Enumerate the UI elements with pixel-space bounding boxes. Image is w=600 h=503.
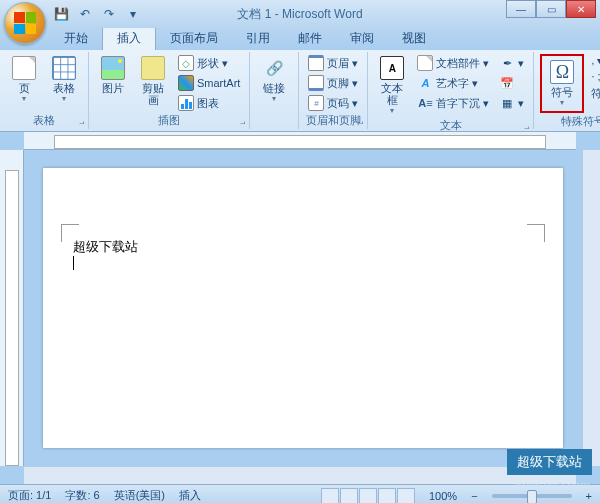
undo-icon[interactable]: ↶ [76, 5, 94, 23]
ribbon-tabs: 开始 插入 页面布局 引用 邮件 审阅 视图 [0, 28, 600, 50]
status-page[interactable]: 页面: 1/1 [8, 488, 51, 503]
tab-layout[interactable]: 页面布局 [156, 27, 232, 50]
table-button[interactable]: 表格▾ [46, 54, 82, 105]
chart-button[interactable]: 图表 [175, 94, 243, 112]
picture-icon [101, 56, 125, 80]
vertical-ruler[interactable] [0, 150, 24, 466]
pagenum-icon: # [308, 95, 324, 111]
zoom-out-button[interactable]: − [471, 490, 477, 502]
tab-references[interactable]: 引用 [232, 27, 284, 50]
textbox-icon: A [380, 56, 404, 80]
view-draft[interactable] [397, 488, 415, 504]
margin-corner-icon [61, 224, 79, 242]
wordart-icon: A [417, 75, 433, 91]
close-button[interactable]: ✕ [566, 0, 596, 18]
qat-dropdown-icon[interactable]: ▾ [124, 5, 142, 23]
document-text[interactable]: 超级下载站 [73, 238, 533, 256]
document-area[interactable]: 超级下载站 [24, 150, 582, 466]
smartart-button[interactable]: SmartArt [175, 74, 243, 92]
save-icon[interactable]: 💾 [52, 5, 70, 23]
object-button[interactable]: ▦▾ [496, 94, 527, 112]
watermark-url: www.cjxz.com [515, 479, 590, 493]
more-symbols-button[interactable]: , ▾ [588, 54, 600, 67]
tab-view[interactable]: 视图 [388, 27, 440, 50]
header-button[interactable]: 页眉 ▾ [305, 54, 361, 72]
dropcap-button[interactable]: A≡首字下沉 ▾ [414, 94, 492, 112]
maximize-button[interactable]: ▭ [536, 0, 566, 18]
watermark-badge: 超级下载站 [507, 449, 592, 475]
symbol-button[interactable]: Ω符号▾ [544, 58, 580, 109]
group-label-illustrations: 插图 [95, 112, 243, 129]
zoom-slider[interactable] [492, 494, 572, 498]
view-outline[interactable] [378, 488, 396, 504]
clipart-button[interactable]: 剪贴画 [135, 54, 171, 108]
zoom-level[interactable]: 100% [429, 490, 457, 502]
footer-icon [308, 75, 324, 91]
signature-button[interactable]: ✒▾ [496, 54, 527, 72]
smartart-icon [178, 75, 194, 91]
view-fullscreen[interactable] [340, 488, 358, 504]
group-label-headerfooter: 页眉和页脚 [305, 112, 361, 129]
object-icon: ▦ [499, 95, 515, 111]
vertical-scrollbar[interactable] [582, 150, 600, 466]
window-title: 文档 1 - Microsoft Word [237, 6, 362, 23]
tab-home[interactable]: 开始 [50, 27, 102, 50]
shapes-button[interactable]: ◇形状 ▾ [175, 54, 243, 72]
text-cursor [73, 256, 74, 270]
horizontal-ruler[interactable] [24, 132, 576, 150]
view-web[interactable] [359, 488, 377, 504]
chart-icon [178, 95, 194, 111]
statusbar: 页面: 1/1 字数: 6 英语(美国) 插入 100% − + [0, 484, 600, 503]
wordart-button[interactable]: A艺术字 ▾ [414, 74, 492, 92]
redo-icon[interactable]: ↷ [100, 5, 118, 23]
picture-button[interactable]: 图片 [95, 54, 131, 96]
omega-icon: Ω [550, 60, 574, 84]
horizontal-scrollbar[interactable] [24, 466, 576, 484]
shapes-icon: ◇ [178, 55, 194, 71]
hyperlink-button[interactable]: 🔗链接▾ [256, 54, 292, 105]
clipart-icon [141, 56, 165, 80]
link-icon: 🔗 [262, 56, 286, 80]
minimize-button[interactable]: — [506, 0, 536, 18]
signature-icon: ✒ [499, 55, 515, 71]
page[interactable]: 超级下载站 [43, 168, 563, 448]
office-button[interactable] [4, 2, 46, 44]
group-label-symbols: 特殊符号 [540, 113, 600, 130]
symbols-dropdown[interactable]: · ; : [588, 69, 600, 83]
titlebar: 💾 ↶ ↷ ▾ 文档 1 - Microsoft Word — ▭ ✕ [0, 0, 600, 28]
date-icon: 📅 [499, 75, 515, 91]
margin-corner-icon [527, 224, 545, 242]
dropcap-icon: A≡ [417, 95, 433, 111]
tab-mailings[interactable]: 邮件 [284, 27, 336, 50]
footer-button[interactable]: 页脚 ▾ [305, 74, 361, 92]
view-print-layout[interactable] [321, 488, 339, 504]
page-icon [12, 56, 36, 80]
status-wordcount[interactable]: 字数: 6 [65, 488, 99, 503]
tab-insert[interactable]: 插入 [102, 26, 156, 50]
office-logo-icon [14, 12, 36, 34]
datetime-button[interactable]: 📅 [496, 74, 527, 92]
textbox-button[interactable]: A文本框▾ [374, 54, 410, 117]
tab-review[interactable]: 审阅 [336, 27, 388, 50]
view-buttons [321, 488, 415, 504]
parts-icon [417, 55, 433, 71]
pagenumber-button[interactable]: #页码 ▾ [305, 94, 361, 112]
cover-page-button[interactable]: 页▾ [6, 54, 42, 105]
quickparts-button[interactable]: 文档部件 ▾ [414, 54, 492, 72]
header-icon [308, 55, 324, 71]
ribbon: 页▾ 表格▾ 表格 图片 剪贴画 ◇形状 ▾ SmartArt 图表 插图 🔗链… [0, 50, 600, 132]
status-mode[interactable]: 插入 [179, 488, 201, 503]
quick-access-toolbar: 💾 ↶ ↷ ▾ [52, 5, 142, 23]
group-label-tables: 表格 [6, 112, 82, 129]
table-icon [52, 56, 76, 80]
status-language[interactable]: 英语(美国) [114, 488, 165, 503]
